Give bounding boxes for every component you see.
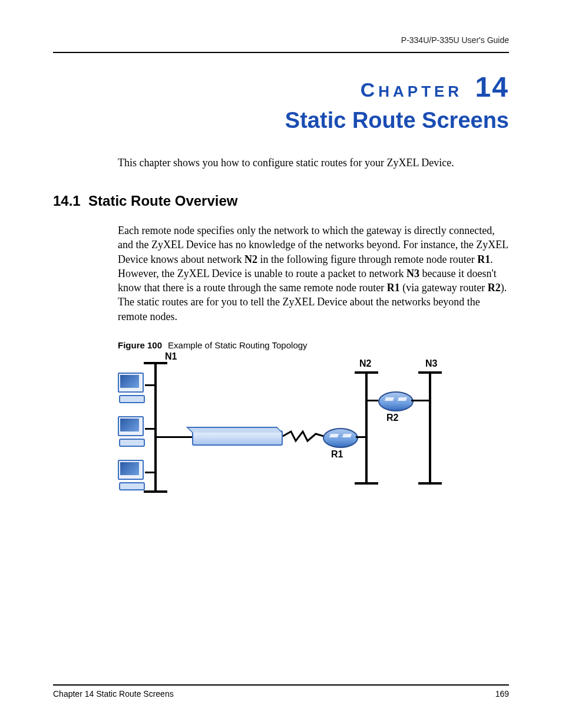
pc-icon	[118, 416, 145, 441]
n1-label: N1	[165, 351, 177, 362]
section-heading: 14.1 Static Route Overview	[53, 193, 509, 209]
chapter-number: 14	[475, 71, 509, 103]
figure-caption: Figure 100Example of Static Routing Topo…	[118, 340, 509, 350]
chapter-title: Static Route Screens	[53, 108, 509, 133]
topology-diagram: N1 R1 N2 R2 N3	[118, 354, 459, 501]
r1-to-n2-link	[356, 436, 365, 438]
r1-label: R1	[331, 449, 343, 460]
n3-cap-bot	[418, 482, 442, 485]
page-footer: Chapter 14 Static Route Screens 169	[53, 684, 509, 699]
section-title: Static Route Overview	[88, 193, 237, 209]
n2-label: N2	[359, 358, 371, 369]
footer-left: Chapter 14 Static Route Screens	[53, 689, 174, 699]
chapter-word-cap: C	[361, 78, 379, 101]
n2-to-r2-link	[368, 400, 378, 401]
n2-bus	[365, 371, 368, 483]
running-header: P-334U/P-335U User's Guide	[53, 35, 509, 45]
n1-cap-bot	[144, 490, 167, 493]
n1-to-gw-link	[157, 436, 192, 438]
n3-bus	[429, 371, 431, 483]
page-number: 169	[495, 689, 509, 699]
pc-link	[145, 428, 154, 430]
pc-icon	[118, 460, 145, 485]
chapter-word-rest: HAPTER	[378, 83, 462, 100]
n3-label: N3	[425, 358, 437, 369]
router-icon	[323, 428, 358, 448]
wan-link-icon	[283, 429, 324, 443]
section-number: 14.1	[53, 193, 81, 209]
n2-cap-bot	[355, 482, 378, 485]
figure-caption-text: Example of Static Routing Topology	[168, 340, 308, 350]
header-rule	[53, 52, 509, 53]
pc-icon	[118, 373, 145, 397]
footer-rule	[53, 684, 509, 686]
pc-link	[145, 472, 154, 473]
section-body: Each remote node specifies only the netw…	[118, 223, 509, 324]
gateway-device-icon	[192, 430, 283, 446]
n1-bus	[154, 362, 157, 492]
chapter-intro: This chapter shows you how to configure …	[118, 157, 509, 169]
pc-link	[145, 384, 154, 386]
r2-label: R2	[386, 413, 398, 423]
figure-label: Figure 100	[118, 340, 162, 350]
chapter-heading-block: CHAPTER 14 Static Route Screens	[53, 71, 509, 133]
router-icon	[378, 391, 414, 411]
r2-to-n3-link	[411, 400, 429, 401]
chapter-kicker: CHAPTER 14	[53, 71, 509, 103]
